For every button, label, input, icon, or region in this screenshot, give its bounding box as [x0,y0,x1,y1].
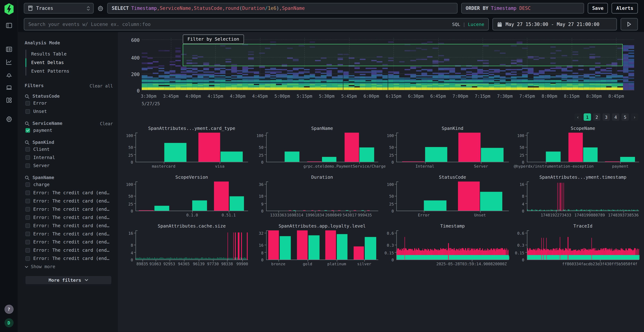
save-button[interactable]: Save [588,3,608,14]
search-input[interactable] [28,21,449,27]
show-more-link[interactable]: Show more [25,264,115,270]
selection-rectangle[interactable] [183,44,623,66]
source-select[interactable]: Traces [24,3,94,14]
date-range-picker[interactable]: May 27 15:30:00 - May 27 21:00:00 [492,18,617,30]
source-settings-gear-icon[interactable] [97,5,104,11]
heatmap-cell [310,85,315,86]
heatmap-cell [416,84,422,85]
mini-chart-spanname[interactable]: SpanName 02550100 grpc.oteldemo.PaymentS… [254,126,378,174]
clear-all-filters-link[interactable]: Clear all [90,83,113,88]
sessions-icon[interactable] [3,82,15,92]
mini-chart-scopeversion[interactable]: ScopeVersion 02550100 0.1.00.51.1 [123,174,248,223]
heatmap-plot-area[interactable]: Filter by Selection [142,38,634,90]
page-button-1[interactable]: 1 [584,114,591,121]
analysis-mode-item-event-deltas[interactable]: Event Deltas [26,58,114,67]
filter-option[interactable]: Error: The credit card (end… [25,222,115,230]
bar-tick [552,210,552,211]
mini-chart-duration[interactable]: Duration 091836 133336316983141996183426… [254,174,378,223]
heatmap-cell [220,68,226,69]
lucene-mode-toggle[interactable]: Lucene [468,22,484,27]
next-page-button[interactable]: › [631,114,638,121]
page-button-4[interactable]: 4 [612,114,619,121]
mini-chart-spanattributes-yment-card-type[interactable]: SpanAttributes...yment.card_type 0255010… [123,126,248,174]
select-query-input[interactable]: SELECTTimestamp,ServiceName,StatusCode,r… [107,3,458,14]
filter-option[interactable]: Error: The credit card (end… [25,254,115,262]
heatmap-cell [276,88,282,89]
sidebar-toggle-icon[interactable] [3,20,15,30]
filter-option[interactable]: payment [25,126,115,134]
mini-chart-spanattributes-app-loyalty-level[interactable]: SpanAttributes.app.loyalty.level 081632 … [254,224,378,272]
page-button-3[interactable]: 3 [602,114,610,121]
page-button-5[interactable]: 5 [622,114,629,121]
sql-mode-toggle[interactable]: SQL [452,22,460,27]
checkbox-checked[interactable] [26,128,30,132]
filter-option[interactable]: Error: The credit card (end… [25,238,115,246]
mini-chart-statuscode[interactable]: StatusCode 02550100 ErrorUnset [384,174,509,223]
checkbox[interactable] [26,232,30,236]
checkbox[interactable] [26,207,30,211]
checkbox[interactable] [26,248,30,252]
checkbox[interactable] [26,109,30,114]
filter-option[interactable]: Internal [25,153,115,161]
checkbox[interactable] [26,163,30,168]
heatmap-cell [595,66,600,68]
filter-option[interactable]: Client [25,145,115,153]
checkbox[interactable] [26,223,30,228]
prev-page-button[interactable]: ‹ [574,114,582,121]
run-query-button[interactable] [620,18,638,30]
analysis-mode-item-event-patterns[interactable]: Event Patterns [26,67,114,76]
filter-option[interactable]: Error: The credit card (end… [25,230,115,238]
checkbox[interactable] [26,198,30,203]
user-avatar[interactable]: D [4,318,14,327]
heatmap-cell [399,85,405,86]
events-icon[interactable] [3,44,15,54]
filter-by-selection-tooltip[interactable]: Filter by Selection [183,34,244,44]
orderby-input[interactable]: ORDER BYTimestamp DESC [461,3,584,14]
heatmap-cell [466,71,472,72]
filter-option[interactable]: Error: The credit card (end… [25,205,115,213]
checkbox[interactable] [26,155,30,160]
mini-chart-traceid[interactable]: TraceId 00.150.30.6 ff860334facdb23d3f43… [514,224,639,272]
settings-gear-icon[interactable] [3,114,15,124]
checkbox[interactable] [26,190,30,195]
chart-icon[interactable] [3,57,15,67]
hyperdx-logo-icon[interactable] [4,3,14,15]
checkbox[interactable] [26,240,30,244]
heatmap-cell [539,76,544,78]
filter-option[interactable]: Error: The credit card (end… [25,188,115,197]
mini-chart-timestamp[interactable]: Timestamp 00.150.30.6 2025-05-28T03:59:1… [384,224,509,272]
heatmap-cell [231,69,237,70]
checkbox[interactable] [26,147,30,151]
checkbox[interactable] [26,215,30,220]
mini-chart-spanattributes-yment-timestamp[interactable]: SpanAttributes...yment.timestamp 04816 1… [514,174,639,223]
checkbox[interactable] [26,182,30,186]
mini-chart-spankind[interactable]: SpanKind 02550100 InternalServer [384,126,509,174]
mini-chart-scopename[interactable]: ScopeName 02550100 @hyperdx/instrumentat… [514,126,639,174]
alerts-button[interactable]: Alerts [612,3,638,14]
heatmap-cell [186,84,192,85]
bar [307,161,322,162]
filter-option[interactable]: charge [25,180,115,188]
help-button[interactable]: ? [4,305,14,314]
heatmap-cell [321,89,326,90]
dashboards-icon[interactable] [3,95,15,105]
filter-option[interactable]: Error: The credit card (end… [25,197,115,205]
filter-option[interactable]: Unset [25,107,115,116]
checkbox[interactable] [26,101,30,105]
filter-option[interactable]: Error [25,99,115,107]
bar-tick [451,256,452,260]
heatmap-x-tick-label: 5:30pm [319,94,334,98]
heatmap-cell [399,89,405,90]
checkbox[interactable] [26,256,30,261]
bar-tick [432,255,433,260]
filter-option[interactable]: Server [25,161,115,170]
clear-filter-link[interactable]: Clear [100,121,113,126]
filter-option[interactable]: Error: The credit card (end… [25,246,115,254]
page-button-2[interactable]: 2 [593,114,600,121]
mini-chart-spanattributes-cache-size[interactable]: SpanAttributes.cache.size 04816 89835910… [123,224,248,272]
more-filters-button[interactable]: More filters [26,276,111,284]
heatmap-cell [494,69,500,70]
bell-icon[interactable] [3,70,15,80]
filter-option[interactable]: Error: The credit card (end… [25,213,115,222]
analysis-mode-item-results-table[interactable]: Results Table [26,50,114,58]
